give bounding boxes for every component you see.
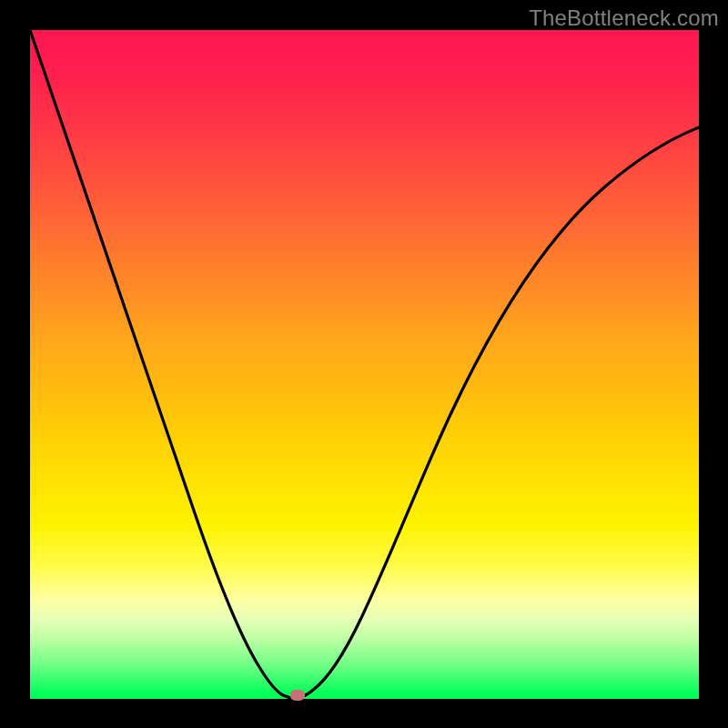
bottleneck-curve [30,30,699,699]
chart-frame: TheBottleneck.com [0,0,728,728]
plot-area [30,30,699,699]
watermark-text: TheBottleneck.com [529,5,719,31]
optimal-point-marker [290,690,305,701]
curve-path [30,30,699,698]
